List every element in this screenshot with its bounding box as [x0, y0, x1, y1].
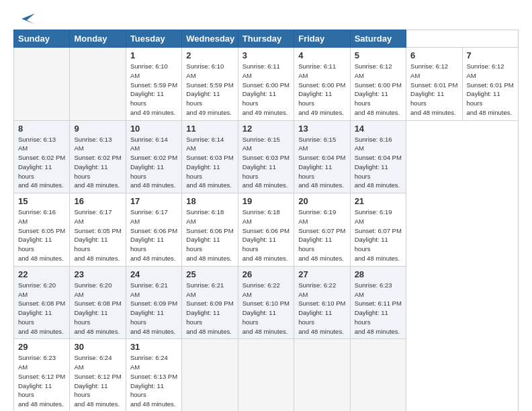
day-number: 5 — [355, 50, 402, 60]
day-info: Sunrise: 6:13 AMSunset: 6:02 PMDaylight:… — [18, 135, 65, 191]
weekday-header-monday: Monday — [70, 30, 126, 48]
logo — [13, 12, 35, 23]
day-info: Sunrise: 6:24 AMSunset: 6:12 PMDaylight:… — [74, 353, 121, 409]
calendar-day-27: 27Sunrise: 6:22 AMSunset: 6:10 PMDayligh… — [294, 266, 350, 339]
logo-bird-icon — [15, 12, 35, 26]
weekday-header-wednesday: Wednesday — [182, 30, 238, 48]
calendar-day-10: 10Sunrise: 6:14 AMSunset: 6:02 PMDayligh… — [126, 120, 181, 193]
day-number: 31 — [130, 342, 177, 352]
day-number: 11 — [186, 124, 233, 134]
day-info: Sunrise: 6:24 AMSunset: 6:13 PMDaylight:… — [130, 353, 177, 409]
day-number: 26 — [242, 269, 290, 279]
calendar-day-empty — [294, 339, 350, 411]
day-info: Sunrise: 6:17 AMSunset: 6:05 PMDaylight:… — [74, 208, 121, 263]
calendar-day-17: 17Sunrise: 6:17 AMSunset: 6:06 PMDayligh… — [126, 193, 181, 267]
calendar-day-11: 11Sunrise: 6:14 AMSunset: 6:03 PMDayligh… — [182, 120, 238, 193]
day-info: Sunrise: 6:12 AMSunset: 6:01 PMDaylight:… — [467, 62, 515, 118]
weekday-header-saturday: Saturday — [350, 30, 406, 48]
day-number: 24 — [130, 269, 177, 279]
calendar-table: SundayMondayTuesdayWednesdayThursdayFrid… — [13, 30, 519, 411]
calendar-day-9: 9Sunrise: 6:13 AMSunset: 6:02 PMDaylight… — [70, 120, 126, 193]
day-number: 23 — [74, 269, 121, 279]
calendar-day-2: 2Sunrise: 6:10 AMSunset: 5:59 PMDaylight… — [182, 48, 238, 121]
calendar-day-22: 22Sunrise: 6:20 AMSunset: 6:08 PMDayligh… — [14, 266, 70, 339]
calendar-body: 1Sunrise: 6:10 AMSunset: 5:59 PMDaylight… — [14, 48, 519, 412]
day-number: 4 — [298, 50, 345, 60]
day-number: 20 — [298, 196, 345, 206]
day-number: 28 — [355, 269, 402, 279]
day-info: Sunrise: 6:14 AMSunset: 6:03 PMDaylight:… — [186, 135, 233, 191]
day-info: Sunrise: 6:16 AMSunset: 6:04 PMDaylight:… — [355, 135, 402, 191]
day-number: 15 — [18, 196, 65, 206]
day-number: 12 — [242, 124, 290, 134]
calendar-day-14: 14Sunrise: 6:16 AMSunset: 6:04 PMDayligh… — [350, 120, 406, 193]
day-info: Sunrise: 6:20 AMSunset: 6:08 PMDaylight:… — [74, 281, 121, 336]
calendar-day-12: 12Sunrise: 6:15 AMSunset: 6:03 PMDayligh… — [238, 120, 294, 193]
calendar-day-empty — [14, 48, 70, 121]
weekday-header-thursday: Thursday — [238, 30, 294, 48]
day-info: Sunrise: 6:15 AMSunset: 6:04 PMDaylight:… — [298, 135, 345, 191]
day-info: Sunrise: 6:23 AMSunset: 6:12 PMDaylight:… — [18, 353, 65, 409]
calendar-week-3: 15Sunrise: 6:16 AMSunset: 6:05 PMDayligh… — [14, 193, 519, 267]
calendar-day-18: 18Sunrise: 6:18 AMSunset: 6:06 PMDayligh… — [182, 193, 238, 267]
calendar-day-5: 5Sunrise: 6:12 AMSunset: 6:00 PMDaylight… — [350, 48, 406, 121]
calendar-day-20: 20Sunrise: 6:19 AMSunset: 6:07 PMDayligh… — [294, 193, 350, 267]
day-number: 17 — [130, 196, 177, 206]
day-info: Sunrise: 6:17 AMSunset: 6:06 PMDaylight:… — [130, 208, 177, 263]
day-info: Sunrise: 6:22 AMSunset: 6:10 PMDaylight:… — [242, 281, 290, 336]
calendar-week-5: 29Sunrise: 6:23 AMSunset: 6:12 PMDayligh… — [14, 339, 519, 411]
day-info: Sunrise: 6:21 AMSunset: 6:09 PMDaylight:… — [186, 281, 233, 336]
calendar-day-empty — [182, 339, 238, 411]
day-number: 19 — [242, 196, 290, 206]
day-info: Sunrise: 6:15 AMSunset: 6:03 PMDaylight:… — [242, 135, 290, 191]
calendar-day-28: 28Sunrise: 6:23 AMSunset: 6:11 PMDayligh… — [350, 266, 406, 339]
weekday-header-friday: Friday — [294, 30, 350, 48]
day-number: 27 — [298, 269, 345, 279]
calendar-week-2: 8Sunrise: 6:13 AMSunset: 6:02 PMDaylight… — [14, 120, 519, 193]
day-info: Sunrise: 6:11 AMSunset: 6:00 PMDaylight:… — [298, 62, 345, 118]
day-info: Sunrise: 6:12 AMSunset: 6:01 PMDaylight:… — [410, 62, 457, 118]
day-number: 29 — [18, 342, 65, 352]
day-number: 25 — [186, 269, 233, 279]
calendar-day-29: 29Sunrise: 6:23 AMSunset: 6:12 PMDayligh… — [14, 339, 70, 411]
day-number: 30 — [74, 342, 121, 352]
calendar-day-19: 19Sunrise: 6:18 AMSunset: 6:06 PMDayligh… — [238, 193, 294, 267]
calendar-day-30: 30Sunrise: 6:24 AMSunset: 6:12 PMDayligh… — [70, 339, 126, 411]
day-info: Sunrise: 6:19 AMSunset: 6:07 PMDaylight:… — [298, 208, 345, 263]
day-number: 9 — [74, 124, 121, 134]
calendar-day-16: 16Sunrise: 6:17 AMSunset: 6:05 PMDayligh… — [70, 193, 126, 267]
weekday-header-tuesday: Tuesday — [126, 30, 181, 48]
header — [13, 12, 519, 23]
day-info: Sunrise: 6:22 AMSunset: 6:10 PMDaylight:… — [298, 281, 345, 336]
day-info: Sunrise: 6:11 AMSunset: 6:00 PMDaylight:… — [242, 62, 290, 118]
day-info: Sunrise: 6:20 AMSunset: 6:08 PMDaylight:… — [18, 281, 65, 336]
calendar-day-4: 4Sunrise: 6:11 AMSunset: 6:00 PMDaylight… — [294, 48, 350, 121]
calendar-day-31: 31Sunrise: 6:24 AMSunset: 6:13 PMDayligh… — [126, 339, 181, 411]
calendar-day-6: 6Sunrise: 6:12 AMSunset: 6:01 PMDaylight… — [406, 48, 462, 121]
day-info: Sunrise: 6:14 AMSunset: 6:02 PMDaylight:… — [130, 135, 177, 191]
day-info: Sunrise: 6:23 AMSunset: 6:11 PMDaylight:… — [355, 281, 402, 336]
day-number: 21 — [355, 196, 402, 206]
day-info: Sunrise: 6:12 AMSunset: 6:00 PMDaylight:… — [355, 62, 402, 118]
calendar-week-4: 22Sunrise: 6:20 AMSunset: 6:08 PMDayligh… — [14, 266, 519, 339]
calendar-day-8: 8Sunrise: 6:13 AMSunset: 6:02 PMDaylight… — [14, 120, 70, 193]
calendar-day-empty — [238, 339, 294, 411]
day-info: Sunrise: 6:19 AMSunset: 6:07 PMDaylight:… — [355, 208, 402, 263]
day-number: 7 — [467, 50, 515, 60]
calendar-day-3: 3Sunrise: 6:11 AMSunset: 6:00 PMDaylight… — [238, 48, 294, 121]
day-number: 1 — [130, 50, 177, 60]
day-number: 14 — [355, 124, 402, 134]
day-number: 2 — [186, 50, 233, 60]
calendar-day-empty — [70, 48, 126, 121]
day-number: 16 — [74, 196, 121, 206]
day-number: 10 — [130, 124, 177, 134]
day-number: 22 — [18, 269, 65, 279]
calendar-day-1: 1Sunrise: 6:10 AMSunset: 5:59 PMDaylight… — [126, 48, 181, 121]
day-number: 18 — [186, 196, 233, 206]
page: SundayMondayTuesdayWednesdayThursdayFrid… — [0, 0, 532, 411]
weekday-header-row: SundayMondayTuesdayWednesdayThursdayFrid… — [14, 30, 519, 48]
day-number: 8 — [18, 124, 65, 134]
day-info: Sunrise: 6:18 AMSunset: 6:06 PMDaylight:… — [186, 208, 233, 263]
calendar-day-26: 26Sunrise: 6:22 AMSunset: 6:10 PMDayligh… — [238, 266, 294, 339]
day-number: 3 — [242, 50, 290, 60]
